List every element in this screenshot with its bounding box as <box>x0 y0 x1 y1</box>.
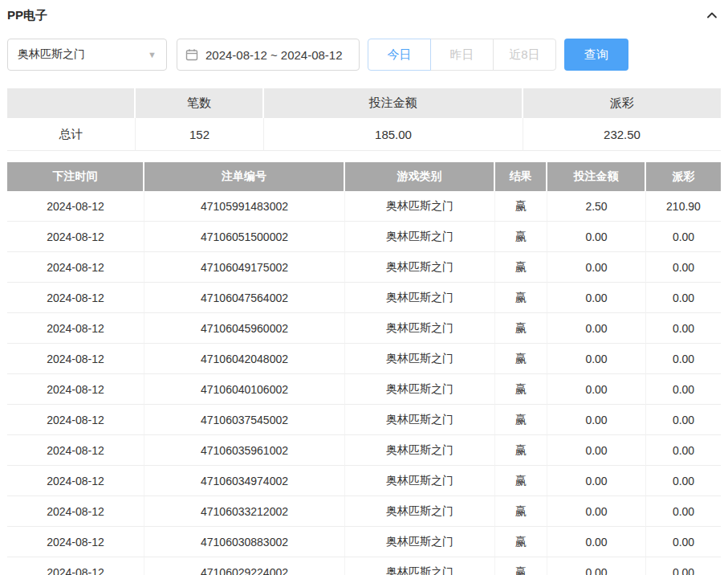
cell-bet-amount: 2.50 <box>547 191 646 222</box>
table-row: 2024-08-1247106040106002奥林匹斯之门赢0.000.00 <box>7 374 721 405</box>
table-row: 2024-08-1247106030883002奥林匹斯之门赢0.000.00 <box>7 527 721 557</box>
cell-bet-amount: 0.00 <box>547 252 646 283</box>
cell-result: 赢 <box>495 527 547 557</box>
cell-payout: 0.00 <box>646 405 721 435</box>
cell-bet-amount: 0.00 <box>547 344 646 374</box>
cell-bet-amount: 0.00 <box>547 405 646 435</box>
summary-payout-value: 232.50 <box>523 118 721 151</box>
game-select[interactable]: 奥林匹斯之门 ▼ <box>7 39 167 71</box>
cell-result: 赢 <box>495 344 547 374</box>
table-row: 2024-08-1247106034974002奥林匹斯之门赢0.000.00 <box>7 466 721 496</box>
cell-game-type: 奥林匹斯之门 <box>345 435 495 466</box>
summary-header-count: 笔数 <box>136 88 264 118</box>
yesterday-button[interactable]: 昨日 <box>430 39 494 71</box>
cell-bet-amount: 0.00 <box>547 466 646 496</box>
summary-header-payout: 派彩 <box>523 88 721 118</box>
chevron-down-icon: ▼ <box>148 50 157 59</box>
summary-bet-amount-value: 185.00 <box>264 118 523 151</box>
table-row: 2024-08-1247106035961002奥林匹斯之门赢0.000.00 <box>7 435 721 466</box>
summary-total-row: 总计 152 185.00 232.50 <box>7 118 721 151</box>
collapse-chevron-up-icon[interactable] <box>703 6 721 24</box>
table-row: 2024-08-1247106033212002奥林匹斯之门赢0.000.00 <box>7 496 721 527</box>
cell-bet-id: 47106040106002 <box>144 374 345 405</box>
table-row: 2024-08-1247106042048002奥林匹斯之门赢0.000.00 <box>7 344 721 374</box>
cell-bet-id: 47105991483002 <box>144 191 345 222</box>
date-range-picker[interactable]: 2024-08-12 ~ 2024-08-12 <box>177 39 360 71</box>
cell-result: 赢 <box>495 496 547 527</box>
cell-game-type: 奥林匹斯之门 <box>345 252 495 283</box>
cell-bet-id: 47106029224002 <box>144 557 345 575</box>
today-button[interactable]: 今日 <box>368 39 431 71</box>
cell-result: 赢 <box>495 557 547 575</box>
bets-table: 下注时间注单编号游戏类别结果投注金额派彩 2024-08-12471059914… <box>7 162 721 575</box>
cell-bet-time: 2024-08-12 <box>7 435 144 466</box>
table-row: 2024-08-1247106049175002奥林匹斯之门赢0.000.00 <box>7 252 721 283</box>
col-header-bet-id: 注单编号 <box>144 162 345 191</box>
cell-result: 赢 <box>495 374 547 405</box>
cell-bet-time: 2024-08-12 <box>7 374 144 405</box>
cell-result: 赢 <box>495 222 547 252</box>
cell-bet-time: 2024-08-12 <box>7 527 144 557</box>
table-row: 2024-08-1247106051500002奥林匹斯之门赢0.000.00 <box>7 222 721 252</box>
table-row: 2024-08-1247106047564002奥林匹斯之门赢0.000.00 <box>7 283 721 313</box>
cell-bet-time: 2024-08-12 <box>7 222 144 252</box>
cell-bet-amount: 0.00 <box>547 313 646 344</box>
cell-bet-time: 2024-08-12 <box>7 496 144 527</box>
cell-bet-id: 47106051500002 <box>144 222 345 252</box>
cell-payout: 0.00 <box>646 496 721 527</box>
col-header-game-type: 游戏类别 <box>345 162 495 191</box>
cell-game-type: 奥林匹斯之门 <box>345 405 495 435</box>
query-button[interactable]: 查询 <box>564 39 628 71</box>
col-header-result: 结果 <box>495 162 547 191</box>
calendar-icon <box>185 48 198 61</box>
summary-header-empty <box>7 88 136 118</box>
cell-payout: 0.00 <box>646 222 721 252</box>
cell-bet-amount: 0.00 <box>547 374 646 405</box>
cell-result: 赢 <box>495 405 547 435</box>
cell-bet-id: 47106042048002 <box>144 344 345 374</box>
cell-result: 赢 <box>495 466 547 496</box>
cell-bet-id: 47106030883002 <box>144 527 345 557</box>
cell-bet-id: 47106034974002 <box>144 466 345 496</box>
cell-game-type: 奥林匹斯之门 <box>345 313 495 344</box>
cell-bet-id: 47106047564002 <box>144 283 345 313</box>
summary-total-label: 总计 <box>7 118 136 151</box>
cell-result: 赢 <box>495 283 547 313</box>
cell-bet-time: 2024-08-12 <box>7 313 144 344</box>
summary-header-bet-amount: 投注金额 <box>264 88 523 118</box>
summary-count-value: 152 <box>136 118 264 151</box>
cell-bet-time: 2024-08-12 <box>7 283 144 313</box>
cell-game-type: 奥林匹斯之门 <box>345 374 495 405</box>
cell-result: 赢 <box>495 435 547 466</box>
cell-payout: 0.00 <box>646 527 721 557</box>
last-8-days-button[interactable]: 近8日 <box>493 39 556 71</box>
cell-payout: 0.00 <box>646 374 721 405</box>
table-row: 2024-08-1247106045960002奥林匹斯之门赢0.000.00 <box>7 313 721 344</box>
pp-games-panel: PP电子 奥林匹斯之门 ▼ 2024-08-12 ~ 2024-08-12 <box>0 0 728 575</box>
cell-game-type: 奥林匹斯之门 <box>345 527 495 557</box>
cell-payout: 0.00 <box>646 313 721 344</box>
cell-bet-id: 47106045960002 <box>144 313 345 344</box>
bets-table-header-row: 下注时间注单编号游戏类别结果投注金额派彩 <box>7 162 721 191</box>
cell-bet-amount: 0.00 <box>547 527 646 557</box>
col-header-payout: 派彩 <box>646 162 721 191</box>
cell-bet-time: 2024-08-12 <box>7 344 144 374</box>
cell-game-type: 奥林匹斯之门 <box>345 344 495 374</box>
cell-game-type: 奥林匹斯之门 <box>345 283 495 313</box>
cell-game-type: 奥林匹斯之门 <box>345 466 495 496</box>
cell-bet-id: 47106035961002 <box>144 435 345 466</box>
cell-game-type: 奥林匹斯之门 <box>345 191 495 222</box>
summary-header-row: 笔数 投注金额 派彩 <box>7 88 721 118</box>
table-row: 2024-08-1247106037545002奥林匹斯之门赢0.000.00 <box>7 405 721 435</box>
col-header-bet-amount: 投注金额 <box>547 162 646 191</box>
cell-result: 赢 <box>495 313 547 344</box>
page-title: PP电子 <box>7 8 47 23</box>
col-header-bet-time: 下注时间 <box>7 162 144 191</box>
game-select-value: 奥林匹斯之门 <box>18 47 85 62</box>
cell-game-type: 奥林匹斯之门 <box>345 222 495 252</box>
cell-bet-amount: 0.00 <box>547 283 646 313</box>
cell-payout: 0.00 <box>646 344 721 374</box>
cell-bet-time: 2024-08-12 <box>7 557 144 575</box>
cell-bet-amount: 0.00 <box>547 496 646 527</box>
cell-bet-id: 47106049175002 <box>144 252 345 283</box>
